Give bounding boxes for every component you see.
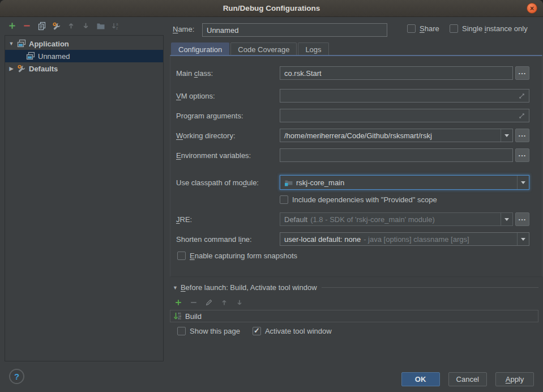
move-up-icon[interactable] <box>66 21 76 31</box>
jre-value: Default <box>284 215 307 224</box>
single-instance-checkbox[interactable] <box>450 24 458 33</box>
run-configuration-icon <box>26 52 35 61</box>
tab-configuration[interactable]: Configuration <box>171 42 229 56</box>
help-icon[interactable]: ? <box>9 369 24 384</box>
working-directory-value: /home/meriherrera/Code/Github/rsksmart/r… <box>284 131 432 140</box>
tree-item-label: Defaults <box>29 65 58 73</box>
collapse-triangle-icon[interactable]: ▼ <box>173 285 178 291</box>
show-this-page-checkbox[interactable] <box>177 327 186 335</box>
working-directory-label: Working directory: <box>176 131 280 140</box>
classpath-module-value: rskj-core_main <box>296 178 344 187</box>
svg-text:z: z <box>116 26 118 30</box>
environment-variables-field[interactable] <box>280 148 513 162</box>
close-icon[interactable]: × <box>527 3 537 14</box>
show-this-page-label: Show this page <box>190 327 240 335</box>
classpath-module-combo[interactable]: rskj-core_main <box>280 175 529 190</box>
add-icon[interactable] <box>7 21 17 31</box>
before-launch-item-label: Build <box>185 312 202 321</box>
environment-variables-row: Environment variables: ... <box>176 148 529 162</box>
program-arguments-label: Program arguments: <box>176 112 280 120</box>
working-directory-row: Working directory: /home/meriherrera/Cod… <box>176 129 529 142</box>
expand-field-icon[interactable] <box>519 93 525 99</box>
before-launch-list: 011001 Build <box>170 310 538 322</box>
main-class-row: Main class: co.rsk.Start ... <box>176 66 529 80</box>
dropdown-arrow-icon[interactable] <box>501 213 512 225</box>
classpath-module-row: Use classpath of module: rskj-core_main <box>176 176 529 189</box>
shorten-command-line-value: user-local default: none <box>284 235 361 244</box>
tree-item-defaults[interactable]: ▶ Defaults <box>5 62 163 75</box>
remove-icon[interactable] <box>189 297 198 307</box>
chevron-expanded-icon[interactable]: ▼ <box>8 41 14 46</box>
before-launch-title: Before launch: Build, Activate tool wind… <box>181 283 317 292</box>
create-folder-icon[interactable] <box>96 21 105 31</box>
include-provided-checkbox[interactable] <box>280 195 288 204</box>
program-arguments-field[interactable] <box>280 109 529 122</box>
move-up-icon[interactable] <box>219 297 229 307</box>
shorten-command-line-detail: - java [options] classname [args] <box>364 235 469 244</box>
form-snapshots-checkbox-group: Enable capturing form snapshots <box>177 252 297 260</box>
dropdown-arrow-icon[interactable] <box>517 176 529 189</box>
ok-button[interactable]: OK <box>401 372 440 386</box>
dropdown-arrow-icon[interactable] <box>517 233 529 245</box>
jre-row: JRE: Default (1.8 - SDK of 'rskj-core_ma… <box>176 212 529 226</box>
tab-label: Configuration <box>178 45 222 54</box>
shorten-command-line-label: Shorten command line: <box>176 235 280 244</box>
chevron-collapsed-icon[interactable]: ▶ <box>8 66 14 71</box>
tab-label: Logs <box>305 45 321 54</box>
vm-options-field[interactable] <box>280 89 529 103</box>
name-input[interactable] <box>202 23 387 37</box>
separator-line <box>322 287 538 288</box>
dropdown-arrow-icon[interactable] <box>501 129 512 142</box>
share-checkbox-group: Share <box>407 24 439 33</box>
main-class-value: co.rsk.Start <box>284 69 322 78</box>
jre-browse-button[interactable]: ... <box>515 212 529 226</box>
move-down-icon[interactable] <box>234 297 244 307</box>
tab-logs[interactable]: Logs <box>298 42 328 56</box>
add-icon[interactable] <box>173 297 183 307</box>
shorten-command-line-combo[interactable]: user-local default: none - java [options… <box>280 232 529 246</box>
expand-field-icon[interactable] <box>519 113 525 119</box>
before-launch-item-build[interactable]: 011001 Build <box>173 312 202 321</box>
tab-bar: Configuration Code Coverage Logs <box>171 42 329 56</box>
main-class-label: Main class: <box>176 69 280 78</box>
environment-variables-label: Environment variables: <box>176 151 280 160</box>
copy-icon[interactable] <box>37 21 46 31</box>
svg-text:01: 01 <box>178 317 182 320</box>
footer-buttons: OK Cancel Apply <box>401 372 534 386</box>
show-this-page-checkbox-group: Show this page <box>177 327 240 335</box>
remove-icon[interactable] <box>22 21 32 31</box>
single-instance-label: Single instance only <box>462 24 528 33</box>
tree-item-label: Unnamed <box>38 52 70 61</box>
working-directory-combo[interactable]: /home/meriherrera/Code/Github/rsksmart/r… <box>280 129 513 142</box>
wrench-icon <box>17 64 26 73</box>
cancel-button[interactable]: Cancel <box>448 372 487 386</box>
working-directory-browse-button[interactable]: ... <box>515 129 529 142</box>
share-checkbox[interactable] <box>407 24 416 33</box>
classpath-module-label: Use classpath of module: <box>176 178 280 187</box>
edit-pencil-icon[interactable] <box>204 297 213 307</box>
tab-label: Code Coverage <box>238 45 289 54</box>
single-instance-checkbox-group: Single instance only <box>450 24 528 33</box>
name-row: Name: Share Single instance only <box>173 23 538 37</box>
edit-defaults-wrench-icon[interactable] <box>52 21 61 31</box>
titlebar: Run/Debug Configurations × <box>0 0 543 17</box>
main-class-field[interactable]: co.rsk.Start <box>280 66 513 80</box>
sort-alphabetically-icon[interactable]: az <box>110 21 120 31</box>
tree-item-unnamed[interactable]: Unnamed <box>5 50 163 62</box>
tree-item-application[interactable]: ▼ Application <box>5 37 163 50</box>
jre-combo[interactable]: Default (1.8 - SDK of 'rskj-core_main' m… <box>280 212 513 226</box>
tab-code-coverage[interactable]: Code Coverage <box>230 42 297 56</box>
environment-variables-browse-button[interactable]: ... <box>515 148 529 162</box>
activate-tool-window-label: Activate tool window <box>265 327 332 335</box>
module-icon <box>284 178 293 187</box>
before-launch-header[interactable]: ▼ Before launch: Build, Activate tool wi… <box>173 283 538 292</box>
main-class-browse-button[interactable]: ... <box>515 66 529 80</box>
program-arguments-row: Program arguments: <box>176 109 529 122</box>
move-down-icon[interactable] <box>81 21 91 31</box>
apply-button[interactable]: Apply <box>495 372 534 386</box>
configuration-panel: Main class: co.rsk.Start ... VM options:… <box>170 55 542 277</box>
build-icon: 011001 <box>173 312 182 321</box>
share-label: Share <box>420 24 439 33</box>
activate-tool-window-checkbox[interactable] <box>253 327 261 335</box>
form-snapshots-checkbox[interactable] <box>177 252 186 260</box>
